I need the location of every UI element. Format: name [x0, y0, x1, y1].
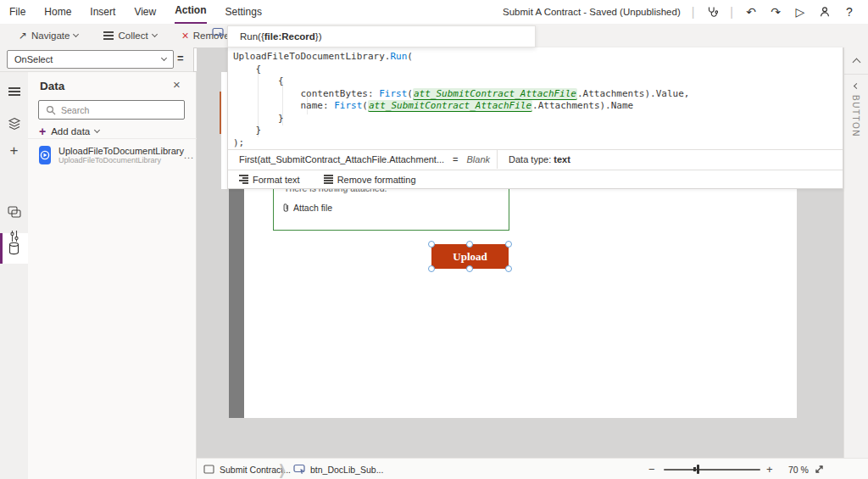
collect-button[interactable]: Collect — [103, 30, 156, 42]
formula-format-bar: Format text Remove formatting — [228, 170, 843, 188]
tree-view-menu-button[interactable] — [0, 79, 28, 104]
result-value: Blank — [467, 154, 491, 164]
media-screens-icon — [8, 206, 21, 218]
screens-layers-button[interactable] — [0, 111, 28, 136]
fit-to-window-button[interactable] — [814, 459, 825, 479]
chevron-down-icon — [152, 31, 158, 37]
app-checker-icon[interactable] — [705, 5, 719, 19]
help-icon[interactable]: ? — [843, 5, 856, 19]
right-properties-rail: BUTTON — [843, 47, 868, 479]
screen-edge-sliver — [221, 72, 227, 189]
menu-action[interactable]: Action — [175, 0, 206, 24]
power-automate-flow-icon — [39, 146, 51, 164]
divider: | — [692, 5, 695, 19]
formula-result-bar: First(att_SubmitContract_AttachFile.Atta… — [228, 149, 843, 169]
hamburger-icon — [8, 86, 20, 97]
navigate-button[interactable]: ↗ Navigate — [19, 30, 78, 42]
screen-orange-edge — [220, 92, 221, 134]
selected-control-type-label: BUTTON — [851, 95, 860, 137]
app-title: Submit A Contract - Saved (Unpublished) — [503, 7, 681, 17]
zoom-unit: % — [801, 465, 809, 475]
resize-handle[interactable] — [428, 241, 435, 248]
data-panel: Data × Search + Add data UploadFileToDoc… — [28, 72, 197, 479]
tooltip-prefix: Run({ — [240, 31, 264, 42]
collect-label: Collect — [118, 31, 147, 41]
button-control-icon — [293, 463, 306, 476]
search-placeholder: Search — [61, 105, 89, 115]
add-data-button[interactable]: + Add data — [39, 125, 99, 138]
formula-line: UploadFileToDocumentLibrary.Run( — [233, 51, 689, 64]
collapse-formula-bar-button[interactable] — [844, 47, 868, 75]
collect-icon — [103, 30, 114, 42]
zoom-slider-track[interactable] — [664, 469, 760, 471]
remove-formatting-icon — [324, 174, 333, 186]
remove-formatting-button[interactable]: Remove formatting — [337, 175, 416, 185]
resize-handle[interactable] — [428, 265, 435, 272]
plus-icon: + — [10, 142, 19, 159]
formula-editor[interactable]: UploadFileToDocumentLibrary.Run( { { con… — [233, 51, 689, 149]
attach-file-link[interactable]: Attach file — [282, 203, 332, 213]
tune-sliders-icon — [8, 230, 20, 242]
data-type-value: text — [554, 154, 570, 164]
play-icon[interactable]: ▷ — [793, 5, 807, 19]
formula-line: ); — [233, 137, 689, 150]
media-button[interactable] — [0, 199, 28, 225]
data-source-list-item[interactable]: UploadFileToDocumentLibrary UploadFileTo… — [34, 142, 192, 168]
zoom-value: 70 — [788, 465, 798, 475]
data-type-label: Data type: — [509, 154, 551, 164]
divider: | — [730, 5, 733, 19]
resize-handle[interactable] — [466, 241, 473, 248]
zoom-slider-thumb[interactable] — [697, 465, 699, 474]
layers-icon — [8, 117, 21, 131]
property-row: OnSelect = fx — [0, 47, 227, 72]
zoom-percentage[interactable]: 70 % — [788, 459, 809, 479]
result-expression: First(att_SubmitContract_AttachFile.Atta… — [239, 154, 444, 164]
search-icon — [46, 105, 56, 115]
insert-button[interactable]: + — [0, 138, 28, 164]
resize-handle[interactable] — [505, 265, 512, 272]
undo-icon[interactable]: ↶ — [744, 5, 758, 19]
top-menu-bar: File Home Insert View Action Settings Su… — [0, 0, 868, 24]
menu-view[interactable]: View — [134, 0, 156, 24]
tooltip-suffix: }) — [315, 31, 322, 42]
data-source-subtitle: UploadFileToDocumentLibrary — [58, 156, 184, 164]
formula-line: } — [233, 125, 689, 137]
menu-settings[interactable]: Settings — [225, 0, 262, 24]
expand-diagonal-icon — [814, 464, 825, 475]
search-input[interactable]: Search — [38, 100, 185, 120]
menu-home[interactable]: Home — [44, 0, 71, 24]
equals-sign: = — [177, 52, 184, 64]
formula-line: } — [233, 113, 689, 125]
menu-insert[interactable]: Insert — [90, 0, 115, 24]
formula-bar-panel: UploadFileToDocumentLibrary.Run( { { con… — [227, 47, 843, 189]
zoom-out-button[interactable]: − — [648, 459, 655, 479]
formula-signature-tooltip: Run({file:Record}) — [227, 25, 536, 47]
chevron-up-icon — [853, 58, 861, 66]
expand-properties-panel-button[interactable] — [844, 78, 868, 97]
menu-file[interactable]: File — [9, 0, 25, 24]
close-icon[interactable]: × — [173, 77, 181, 92]
more-options-icon[interactable]: ... — [184, 150, 194, 160]
property-selector-dropdown[interactable]: OnSelect — [7, 50, 174, 69]
redo-icon[interactable]: ↷ — [769, 5, 782, 19]
resize-handle[interactable] — [505, 241, 512, 248]
control-crumb-label: btn_DocLib_Sub... — [310, 465, 383, 475]
zoom-in-button[interactable]: + — [766, 459, 773, 479]
chevron-down-icon — [94, 127, 100, 133]
divider — [497, 150, 498, 169]
resize-handle[interactable] — [466, 265, 473, 272]
status-bar: Submit Contract... ❯ btn_DocLib_Sub... −… — [197, 458, 868, 479]
formula-line: contentBytes: First(att_SubmitContract_A… — [233, 88, 689, 101]
advanced-tools-button[interactable] — [0, 223, 28, 248]
format-text-button[interactable]: Format text — [253, 175, 300, 185]
upload-button-selection: Upload — [431, 244, 509, 269]
divider — [28, 138, 197, 139]
data-type-text: Data type: text — [509, 154, 570, 164]
result-equals: = — [453, 154, 458, 164]
share-person-icon[interactable] — [818, 5, 832, 19]
chevron-down-icon — [73, 31, 79, 37]
formula-line: { — [233, 64, 689, 76]
breadcrumb-control[interactable]: btn_DocLib_Sub... — [293, 459, 383, 479]
selected-property-label: OnSelect — [14, 54, 53, 64]
formula-line: name: First(att_SubmitContract_AttachFil… — [233, 100, 689, 113]
